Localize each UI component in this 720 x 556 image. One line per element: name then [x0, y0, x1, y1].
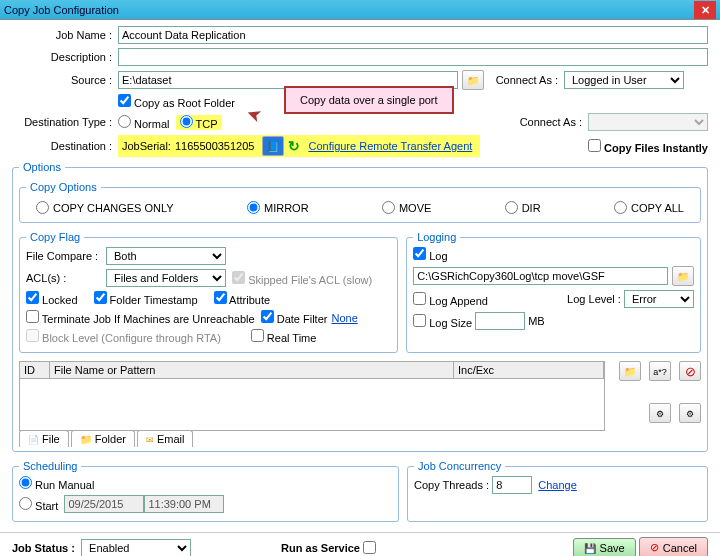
copy-instantly-checkbox[interactable]: Copy Files Instantly	[588, 139, 708, 154]
source-label: Source :	[12, 74, 118, 86]
job-name-label: Job Name :	[12, 29, 118, 41]
wildcard-icon	[653, 365, 667, 377]
mirror-radio[interactable]: MIRROR	[247, 201, 309, 214]
copy-all-radio[interactable]: COPY ALL	[614, 201, 684, 214]
serial-doc-button[interactable]	[262, 136, 284, 156]
acls-select[interactable]: Files and Folders	[106, 269, 226, 287]
gear-icon	[656, 407, 664, 419]
start-time-input	[144, 495, 224, 513]
connect-as-select-2	[588, 113, 708, 131]
date-filter-checkbox[interactable]: Date Filter	[261, 310, 328, 325]
copy-as-root-checkbox[interactable]: Copy as Root Folder	[118, 94, 235, 109]
start-date-input	[64, 495, 144, 513]
move-radio[interactable]: MOVE	[382, 201, 431, 214]
title-bar: Copy Job Configuration ✕	[0, 0, 720, 20]
start-radio[interactable]: Start	[19, 497, 58, 512]
wildcard-button[interactable]	[649, 361, 671, 381]
log-size-input[interactable]	[475, 312, 525, 330]
connect-as-label-2: Connect As :	[508, 116, 588, 128]
folder-icon	[80, 433, 92, 445]
job-status-label: Job Status :	[12, 542, 75, 554]
concurrency-fieldset: Job Concurrency Copy Threads : Change	[407, 460, 708, 522]
tab-email[interactable]: Email	[137, 430, 194, 447]
browse-log-button[interactable]	[672, 266, 694, 286]
tab-folder[interactable]: Folder	[71, 430, 135, 447]
log-append-checkbox[interactable]: Log Append	[413, 292, 488, 307]
callout-box: Copy data over a single port	[284, 86, 454, 114]
logging-fieldset: Logging Log Log AppendLog Level : Error …	[406, 231, 701, 353]
folder-icon	[467, 74, 479, 86]
skipped-acl-checkbox[interactable]: Skipped File's ACL (slow)	[232, 271, 372, 286]
real-time-checkbox[interactable]: Real Time	[251, 329, 317, 344]
copy-threads-input[interactable]	[492, 476, 532, 494]
delete-icon	[685, 364, 696, 379]
tab-file[interactable]: File	[19, 430, 69, 447]
mail-icon	[146, 433, 154, 445]
col-filename: File Name or Pattern	[50, 362, 454, 378]
browse-source-button[interactable]	[462, 70, 484, 90]
cancel-icon	[650, 541, 659, 554]
locked-checkbox[interactable]: Locked	[26, 291, 78, 306]
connect-as-select-1[interactable]: Logged in User	[564, 71, 684, 89]
folder-icon	[677, 270, 689, 282]
run-as-service-label: Run as Service	[281, 542, 360, 554]
description-input[interactable]	[118, 48, 708, 66]
copy-changes-radio[interactable]: COPY CHANGES ONLY	[36, 201, 174, 214]
log-level-select[interactable]: Error	[624, 290, 694, 308]
destination-label: Destination :	[12, 140, 118, 152]
job-status-select[interactable]: Enabled	[81, 539, 191, 557]
doc-icon	[267, 140, 279, 152]
block-level-checkbox[interactable]: Block Level (Configure through RTA)	[26, 329, 221, 344]
filter-grid[interactable]: ID File Name or Pattern Inc/Exc	[19, 361, 605, 431]
gear-icon	[686, 407, 694, 419]
close-button[interactable]: ✕	[694, 1, 716, 19]
options-legend: Options	[19, 161, 65, 173]
change-threads-link[interactable]: Change	[538, 479, 577, 491]
run-as-service-checkbox[interactable]	[363, 541, 376, 554]
configure-rta-link[interactable]: Configure Remote Transfer Agent	[304, 139, 476, 153]
folder-ts-checkbox[interactable]: Folder Timestamp	[94, 291, 198, 306]
dir-radio[interactable]: DIR	[505, 201, 541, 214]
date-filter-none-link[interactable]: None	[331, 312, 357, 324]
file-icon	[28, 433, 39, 445]
copy-flag-fieldset: Copy Flag File Compare :Both ACL(s) :Fil…	[19, 231, 398, 353]
cancel-button[interactable]: Cancel	[639, 537, 708, 556]
attribute-checkbox[interactable]: Attribute	[214, 291, 270, 306]
scheduling-fieldset: Scheduling Run Manual Start	[12, 460, 399, 522]
log-path-input[interactable]	[413, 267, 668, 285]
save-icon	[584, 542, 596, 554]
description-label: Description :	[12, 51, 118, 63]
log-checkbox[interactable]: Log	[413, 247, 447, 262]
refresh-serial-button[interactable]	[288, 138, 300, 154]
job-name-input[interactable]	[118, 26, 708, 44]
col-id: ID	[20, 362, 50, 378]
save-button[interactable]: Save	[573, 538, 636, 557]
job-serial-panel: JobSerial: 1165500351205 Configure Remot…	[118, 135, 480, 157]
log-size-checkbox[interactable]: Log Size	[413, 314, 472, 329]
options-fieldset: Options Copy Options COPY CHANGES ONLY M…	[12, 161, 708, 452]
config-2-button[interactable]	[679, 403, 701, 423]
config-1-button[interactable]	[649, 403, 671, 423]
folder-icon	[624, 365, 636, 377]
delete-filter-button[interactable]	[679, 361, 701, 381]
run-manual-radio[interactable]: Run Manual	[19, 476, 94, 491]
window-title: Copy Job Configuration	[4, 4, 119, 16]
add-filter-button[interactable]	[619, 361, 641, 381]
file-compare-select[interactable]: Both	[106, 247, 226, 265]
copy-options-fieldset: Copy Options COPY CHANGES ONLY MIRROR MO…	[19, 181, 701, 223]
col-incexc: Inc/Exc	[454, 362, 604, 378]
connect-as-label: Connect As :	[484, 74, 564, 86]
tcp-radio[interactable]: TCP	[180, 115, 218, 130]
terminate-checkbox[interactable]: Terminate Job If Machines are Unreachabl…	[26, 310, 255, 325]
dest-type-label: Destination Type :	[12, 116, 118, 128]
normal-radio[interactable]: Normal	[118, 115, 170, 130]
